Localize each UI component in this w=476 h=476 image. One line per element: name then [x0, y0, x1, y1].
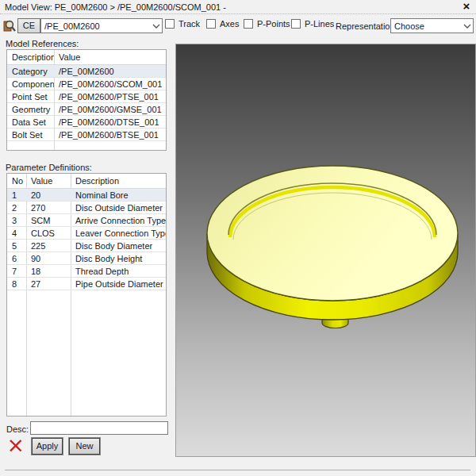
- cell-description: Arrive Connection Type: [71, 214, 166, 226]
- checkbox-label: Track: [178, 19, 200, 29]
- cell-description: Point Set: [7, 90, 54, 102]
- model-references-rows: Category/PE_00M2600Component/PE_00M2600/…: [7, 65, 166, 141]
- apply-button[interactable]: Apply: [32, 438, 63, 455]
- model-combobox[interactable]: /PE_00M2600: [40, 18, 163, 33]
- checkbox-track[interactable]: Track: [165, 19, 200, 29]
- header-description: Description: [71, 174, 166, 188]
- table-row[interactable]: 2270Disc Outside Diameter: [7, 202, 166, 214]
- table-row[interactable]: 827Pipe Outside Diameter: [7, 278, 166, 290]
- bottom-separator: [5, 470, 470, 470]
- checkbox-p-lines[interactable]: P-Lines: [291, 19, 334, 29]
- model-combobox-value: /PE_00M2600: [41, 21, 151, 31]
- header-value: Value: [26, 174, 71, 188]
- cell-value: /PE_00M2600/GMSE_001: [54, 103, 166, 115]
- checkbox-p-points[interactable]: P-Points: [244, 19, 290, 29]
- cell-value: /PE_00M2600/SCOM_001: [54, 78, 166, 90]
- toolbar: CE /PE_00M2600 TrackAxesP-PointsP-Lines …: [0, 15, 476, 39]
- representation-label: Representation: [336, 21, 395, 31]
- table-row[interactable]: 718Thread Depth: [7, 265, 166, 278]
- cell-description: Pipe Outside Diameter: [71, 278, 166, 290]
- cell-no: 7: [7, 265, 26, 277]
- window-title: Model View: PE_00M2600 > /PE_00M2600/SCO…: [5, 2, 226, 12]
- parameter-definitions-table: No Value Description 120Nominal Bore2270…: [6, 173, 167, 416]
- red-cross-icon[interactable]: [9, 439, 23, 453]
- title-bar: Model View: PE_00M2600 > /PE_00M2600/SCO…: [0, 0, 476, 14]
- cell-value: 270: [26, 202, 71, 213]
- cell-description: Disc Outside Diameter: [71, 202, 166, 213]
- cell-description: Bolt Set: [7, 129, 54, 140]
- table-row[interactable]: 5225Disc Body Diameter: [7, 240, 166, 252]
- new-button[interactable]: New: [69, 438, 100, 455]
- cell-description: Category: [7, 65, 54, 77]
- parameter-definitions-label: Parameter Definitions:: [6, 163, 92, 172]
- cell-no: 5: [7, 240, 26, 251]
- model-references-label: Model References:: [6, 39, 79, 48]
- checkbox-box[interactable]: [165, 19, 175, 29]
- disc-3d-model: [176, 44, 475, 456]
- desc-input[interactable]: [30, 421, 168, 435]
- table-row[interactable]: 120Nominal Bore: [7, 189, 166, 202]
- cell-no: 6: [7, 252, 26, 264]
- ce-button[interactable]: CE: [17, 18, 40, 33]
- table-header: No Value Description: [7, 174, 166, 189]
- cell-no: 3: [7, 214, 26, 226]
- cell-value: CLOS: [26, 227, 71, 239]
- table-row[interactable]: 3SCMArrive Connection Type: [7, 214, 166, 227]
- cell-description: Thread Depth: [71, 265, 166, 277]
- cell-no: 4: [7, 227, 26, 239]
- cell-description: Disc Body Height: [71, 252, 166, 264]
- cell-value: 27: [26, 278, 71, 290]
- representation-combobox-value: Choose: [391, 21, 462, 31]
- cell-value: /PE_00M2600/BTSE_001: [54, 129, 166, 140]
- representation-combobox[interactable]: Choose: [390, 18, 474, 33]
- cell-description: Data Set: [7, 116, 54, 128]
- header-description: Description: [7, 50, 54, 64]
- checkbox-box[interactable]: [291, 19, 301, 29]
- cell-value: /PE_00M2600: [54, 65, 166, 77]
- cell-description: Nominal Bore: [71, 189, 166, 201]
- checkbox-box[interactable]: [244, 19, 253, 29]
- cell-no: 2: [7, 202, 26, 213]
- table-row[interactable]: Point Set/PE_00M2600/PTSE_001: [7, 90, 166, 103]
- table-row[interactable]: 4CLOSLeaver Connection Type: [7, 227, 166, 240]
- parameter-definitions-rows: 120Nominal Bore2270Disc Outside Diameter…: [7, 189, 166, 290]
- table-row[interactable]: Data Set/PE_00M2600/DTSE_001: [7, 116, 166, 129]
- cell-value: 225: [26, 240, 71, 251]
- cell-description: Leaver Connection Type: [71, 227, 166, 239]
- cell-description: Disc Body Diameter: [71, 240, 166, 251]
- table-row[interactable]: Component/PE_00M2600/SCOM_001: [7, 78, 166, 90]
- cell-value: /PE_00M2600/PTSE_001: [54, 90, 166, 102]
- close-icon[interactable]: ×: [461, 0, 472, 13]
- checkbox-box[interactable]: [206, 19, 216, 29]
- chevron-down-icon: [462, 24, 473, 29]
- cell-value: 90: [26, 252, 71, 264]
- desc-label: Desc:: [6, 424, 29, 434]
- checkbox-label: P-Points: [257, 19, 290, 29]
- cell-description: Component: [7, 78, 54, 90]
- cell-value: 20: [26, 189, 71, 201]
- table-header: Description Value: [7, 50, 166, 65]
- cell-no: 8: [7, 278, 26, 290]
- table-row[interactable]: Bolt Set/PE_00M2600/BTSE_001: [7, 129, 166, 141]
- chevron-down-icon: [151, 24, 162, 29]
- table-row[interactable]: Geometry/PE_00M2600/GMSE_001: [7, 103, 166, 116]
- cell-value: SCM: [26, 214, 71, 226]
- checkbox-label: P-Lines: [305, 19, 334, 29]
- table-row[interactable]: Category/PE_00M2600: [7, 65, 166, 78]
- header-value: Value: [54, 50, 166, 64]
- header-no: No: [7, 174, 26, 188]
- cell-description: Geometry: [7, 103, 54, 115]
- cell-no: 1: [7, 189, 26, 201]
- checkbox-axes[interactable]: Axes: [206, 19, 239, 29]
- model-viewport[interactable]: [175, 44, 476, 457]
- magnifier-icon[interactable]: [2, 19, 17, 33]
- model-references-table: Description Value Category/PE_00M2600Com…: [6, 49, 167, 151]
- checkbox-label: Axes: [220, 19, 239, 29]
- cell-value: 18: [26, 265, 71, 277]
- table-row[interactable]: 690Disc Body Height: [7, 252, 166, 265]
- cell-value: /PE_00M2600/DTSE_001: [54, 116, 166, 128]
